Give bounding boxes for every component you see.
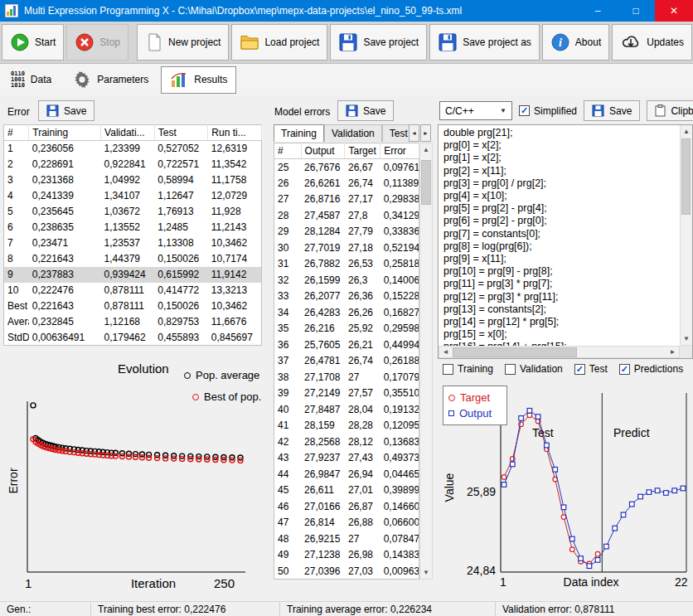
code-save-button[interactable]: Save	[584, 100, 640, 121]
model-errors-table[interactable]: #OutputTargetError 2526,767626,670,09761…	[274, 143, 419, 580]
table-row[interactable]: 100,2224760,8781110,41477213,3213	[4, 283, 262, 298]
table-row[interactable]: 4128,15928,280,120951	[274, 418, 419, 434]
checkbox-icon	[443, 364, 453, 375]
scrollbar-thumb[interactable]	[421, 160, 431, 205]
tab-scroll-right-icon[interactable]: ►	[420, 124, 431, 142]
scroll-right-icon[interactable]: ►	[666, 347, 679, 357]
titlebar[interactable]: Multi Expression Programming X - C:\Miha…	[0, 0, 693, 22]
model-errors-tab-training[interactable]: Training	[274, 124, 324, 142]
table-row[interactable]: 3827,1708270,170794	[274, 369, 419, 386]
table-row[interactable]: 50,2356451,036721,7691311,928	[4, 204, 262, 220]
table-row[interactable]: 2526,767626,670,097612	[274, 159, 419, 176]
tab-parameters[interactable]: Parameters	[64, 66, 158, 94]
simplified-checkbox[interactable]: ✓ Simplified	[519, 105, 577, 117]
legend-best-of-pop: Best of pop.	[192, 390, 261, 403]
table-row[interactable]: 20,2286910,9228410,72257111,3542	[4, 157, 262, 172]
table-row[interactable]: StdDev0,006364910,1794620,4558930,845697	[4, 330, 262, 346]
model-errors-tab-validation[interactable]: Validation	[324, 124, 382, 142]
table-row[interactable]: 3726,478126,740,261882	[274, 353, 419, 370]
table-row[interactable]: 2827,458727,80,341298	[274, 207, 419, 224]
x-tick-max: 22	[675, 575, 688, 589]
chart-title: Evolution	[118, 361, 169, 376]
tab-results[interactable]: Results	[161, 66, 236, 94]
table-row[interactable]: 4826,9215270,078470	[274, 531, 419, 547]
column-header[interactable]: Validati...	[101, 125, 155, 141]
table-row[interactable]: 3426,428326,260,168276	[274, 304, 419, 321]
table-row[interactable]: 4927,123826,980,143835	[274, 547, 419, 564]
column-header[interactable]: Error	[380, 143, 419, 159]
table-row[interactable]: 3526,21625,920,295984	[274, 321, 419, 337]
about-button[interactable]: i About	[542, 24, 609, 61]
table-row[interactable]: 4228,256828,120,136832	[274, 434, 419, 450]
table-row[interactable]: 80,2216431,443790,15002610,7174	[4, 251, 262, 267]
table-row[interactable]: 40,2413391,341071,1264712,0729	[4, 188, 262, 204]
close-icon[interactable]: ✕	[655, 0, 693, 22]
minimize-icon[interactable]: –	[579, 0, 617, 22]
updates-button[interactable]: Updates	[612, 24, 692, 61]
error-save-button[interactable]: Save	[38, 100, 94, 121]
language-select[interactable]: C/C++ ▼	[439, 101, 512, 120]
code-hscrollbar[interactable]: ◄ ►	[439, 346, 680, 358]
table-row[interactable]: 2726,871627,170,298384	[274, 192, 419, 208]
table-row[interactable]: 10,2360561,233990,52705212,6319	[4, 141, 262, 157]
runs-error-table[interactable]: #TrainingValidati...TestRun ti... 10,236…	[3, 124, 262, 346]
table-row[interactable]: 4027,848728,040,191323	[274, 401, 419, 418]
save-icon	[46, 104, 59, 117]
table-row[interactable]: 3326,207726,360,152287	[274, 289, 419, 305]
table-row[interactable]: 2626,626126,740,113891	[274, 175, 419, 192]
checkbox-predictions[interactable]: ✓Predictions	[619, 363, 683, 375]
model-errors-save-button[interactable]: Save	[337, 100, 394, 121]
maximize-icon[interactable]: □	[617, 0, 655, 22]
table-row[interactable]: 3927,214927,570,355103	[274, 386, 419, 402]
scrollbar-thumb[interactable]	[681, 138, 691, 215]
code-vscrollbar[interactable]: ▲ ▼	[680, 125, 692, 346]
table-row[interactable]: 30,2313681,049920,5899411,1758	[4, 172, 262, 188]
code-line: prg[7] = constants[0];	[439, 228, 679, 240]
table-row[interactable]: 4426,984726,940,044650	[274, 466, 419, 483]
scroll-down-icon[interactable]: ▼	[681, 332, 692, 345]
table-row[interactable]: 4627,016626,870,146609	[274, 498, 419, 515]
column-header[interactable]: Training	[29, 125, 101, 141]
code-viewer[interactable]: double prg[21];prg[0] = x[2];prg[1] = x[…	[438, 124, 693, 359]
column-header[interactable]: #	[4, 125, 29, 141]
table-row[interactable]: 2928,128427,790,338365	[274, 224, 419, 240]
tab-scroll-left-icon[interactable]: ◄	[409, 124, 419, 142]
start-button[interactable]: Start	[2, 24, 64, 61]
column-header[interactable]: #	[274, 143, 302, 159]
circle-marker-icon	[448, 395, 455, 401]
new-project-button[interactable]: New project	[137, 24, 229, 61]
table-row[interactable]: 3226,159926,30,140062	[274, 272, 419, 289]
checkbox-checked-icon: ✓	[519, 105, 530, 116]
table-row[interactable]: 4526,61127,010,398998	[274, 483, 419, 499]
checkbox-test[interactable]: ✓Test	[574, 363, 608, 375]
table-row[interactable]: 90,2378830,9394240,61599211,9142	[4, 267, 262, 283]
table-row[interactable]: Best0,2216430,8781110,15002610,3462	[4, 298, 262, 314]
scroll-down-icon[interactable]: ▼	[420, 566, 432, 579]
table-row[interactable]: 4327,923727,430,493738	[274, 450, 419, 467]
scroll-up-icon[interactable]: ▲	[420, 143, 432, 156]
table-row[interactable]: 60,2386351,135521,248511,2143	[4, 220, 262, 235]
table-row[interactable]: 3027,701927,180,521945	[274, 240, 419, 256]
table-row[interactable]: 70,234711,235371,1330810,3462	[4, 235, 262, 251]
save-project-as-button[interactable]: Save project as	[429, 24, 540, 61]
tab-data[interactable]: 0110 1001 1010 Data	[2, 66, 61, 94]
checkbox-validation[interactable]: Validation	[505, 363, 563, 375]
table-row[interactable]: 3126,788226,530,258182	[274, 256, 419, 273]
table-row[interactable]: 3625,760526,210,449948	[274, 337, 419, 353]
scrollbar-thumb[interactable]	[453, 347, 577, 357]
clipboard-button[interactable]: Clipboard	[647, 100, 693, 121]
scroll-left-icon[interactable]: ◄	[439, 347, 452, 357]
model-errors-scrollbar[interactable]: ▲ ▼	[419, 143, 433, 580]
table-row[interactable]: 4726,81426,880,066008	[274, 515, 419, 531]
checkbox-training[interactable]: Training	[443, 363, 493, 375]
load-project-button[interactable]: Load project	[231, 24, 327, 61]
stop-button[interactable]: Stop	[66, 24, 128, 61]
column-header[interactable]: Run ti...	[208, 125, 262, 141]
scroll-up-icon[interactable]: ▲	[681, 125, 692, 138]
table-row[interactable]: Average0,2328451,121680,82975311,6676	[4, 314, 262, 330]
column-header[interactable]: Test	[154, 125, 208, 141]
column-header[interactable]: Target	[345, 143, 380, 159]
table-row[interactable]: 5027,039627,030,009634	[274, 563, 419, 580]
save-project-button[interactable]: Save project	[330, 24, 427, 61]
column-header[interactable]: Output	[301, 143, 345, 159]
